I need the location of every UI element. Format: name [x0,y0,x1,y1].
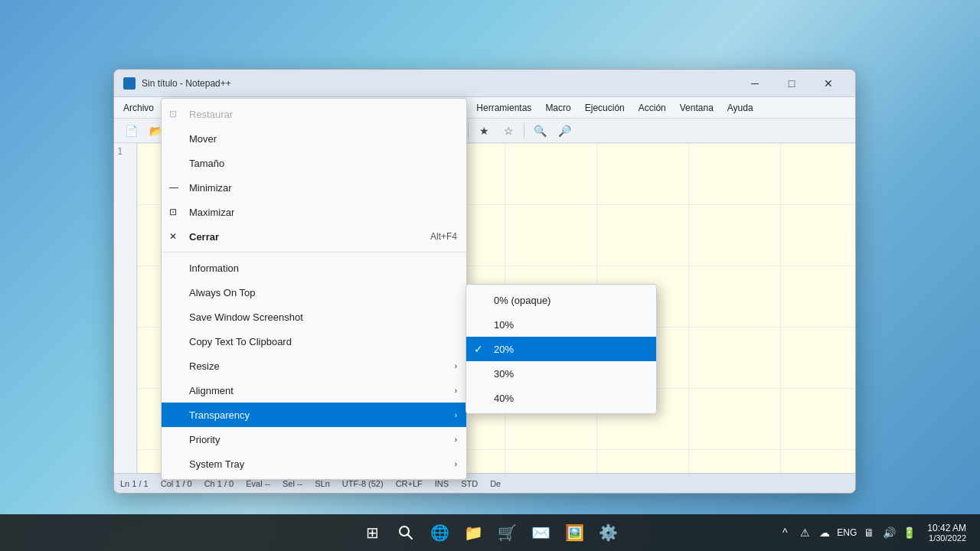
taskbar-store[interactable]: 🛒 [492,517,522,548]
ctx-cerrar-label: Cerrar [189,231,219,243]
menu-item-herramientas[interactable]: Herramientas [470,100,537,116]
ctx-system-tray-label: System Tray [189,458,244,470]
taskbar-edge[interactable]: 🌐 [424,517,455,548]
menu-item-ventana[interactable]: Ventana [674,100,720,116]
ctx-tamano-label: Tamaño [189,158,224,169]
ctx-priority[interactable]: Priority › [162,427,466,452]
ctx-copy-text[interactable]: Copy Text To Clipboard [162,329,466,354]
ctx-sep1 [162,252,466,253]
ctx-mover[interactable]: Mover [162,126,466,151]
maximizar-icon: ⊡ [169,207,177,217]
taskbar-center: ⊞ 🌐 📁 🛒 ✉️ 🖼️ ⚙️ [357,517,623,548]
taskbar: ⊞ 🌐 📁 🛒 ✉️ 🖼️ ⚙️ ^ ⚠ ☁ ENG 🖥 🔊 [0,514,980,551]
sub-0pct[interactable]: 0% (opaque) [466,288,656,312]
tray-chevron[interactable]: ^ [777,525,792,540]
tray-cloud[interactable]: ☁ [817,525,832,540]
ctx-priority-arrow: › [455,435,457,444]
ctx-priority-label: Priority [189,434,220,445]
ctx-information[interactable]: Information [162,256,466,280]
sub-40pct-label: 40% [494,393,514,404]
ctx-system-tray[interactable]: System Tray › [162,452,466,476]
check-icon: ✓ [474,343,483,355]
system-tray: ^ ⚠ ☁ ENG 🖥 🔊 🔋 [777,525,916,540]
cerrar-icon: ✕ [169,231,177,242]
menu-item-ayuda[interactable]: Ayuda [721,100,760,116]
minimizar-icon: — [169,182,178,193]
clock[interactable]: 10:42 AM 1/30/2022 [923,521,971,544]
ctx-tamano[interactable]: Tamaño [162,151,466,175]
toolbar-sep6 [524,123,524,139]
line-number-1: 1 [117,146,133,157]
ctx-restaurar[interactable]: ⊡ Restaurar [162,102,466,126]
tray-lang[interactable]: ENG [837,527,857,538]
toolbar-srch2[interactable]: 🔎 [554,122,575,140]
ctx-mover-label: Mover [189,133,217,145]
ctx-minimizar[interactable]: — Minimizar [162,175,466,200]
ctx-resize-arrow: › [455,362,457,370]
taskbar-mail[interactable]: ✉️ [525,517,556,548]
sub-10pct-label: 10% [494,319,514,331]
ctx-cerrar[interactable]: ✕ Cerrar Alt+F4 [162,224,466,249]
window-titlebar: Sin título - Notepad++ ─ □ ✕ [114,70,855,97]
context-menu: ⊡ Restaurar Mover Tamaño — Minimizar ⊡ M… [161,98,467,480]
toolbar-new[interactable]: 📄 [120,122,142,140]
taskbar-photos[interactable]: 🖼️ [559,517,590,548]
ctx-resize-label: Resize [189,360,220,372]
sub-30pct[interactable]: 30% [466,361,656,386]
tray-warning[interactable]: ⚠ [797,525,812,540]
status-eval: Eval -- [246,479,270,488]
ctx-alignment-arrow: › [455,386,457,395]
status-lineend: CR+LF [396,479,423,488]
tray-battery[interactable]: 🔋 [901,525,916,540]
status-std: STD [461,479,478,488]
ctx-restaurar-label: Restaurar [189,109,233,120]
minimize-button[interactable]: ─ [737,71,773,96]
ctx-transparency-label: Transparency [189,409,250,421]
toolbar-unstar[interactable]: ☆ [498,122,519,140]
menu-item-archivo[interactable]: Archivo [117,100,160,116]
clock-date: 1/30/2022 [927,533,966,543]
ctx-maximizar-label: Maximizar [189,207,234,218]
toolbar-srch1[interactable]: 🔍 [529,122,550,140]
ctx-cerrar-shortcut: Alt+F4 [430,231,457,242]
close-button[interactable]: ✕ [811,71,846,96]
menu-item-macro[interactable]: Macro [539,100,577,116]
status-encoding: UTF-8 (52) [342,479,384,488]
tray-volume[interactable]: 🔊 [881,525,897,540]
status-ins: INS [435,479,449,488]
toolbar-sep5 [468,123,469,139]
taskbar-start[interactable]: ⊞ [357,517,387,548]
ctx-transparency[interactable]: Transparency › [162,403,466,427]
clock-time: 10:42 AM [927,523,966,533]
status-ch: Ch 1 / 0 [204,479,234,488]
tray-monitor[interactable]: 🖥 [861,525,877,540]
sub-20pct[interactable]: ✓ 20% [466,337,656,361]
sub-40pct[interactable]: 40% [466,386,656,410]
ctx-always-on-top[interactable]: Always On Top [162,280,466,305]
status-col: Col 1 / 0 [161,479,192,488]
maximize-button[interactable]: □ [774,71,809,96]
status-sel: Sel -- [283,479,302,488]
ctx-maximizar[interactable]: ⊡ Maximizar [162,200,466,224]
ctx-resize[interactable]: Resize › [162,354,466,378]
desktop: Sin título - Notepad++ ─ □ ✕ Archivo Edi… [0,0,980,551]
ctx-save-screenshot-label: Save Window Screenshot [189,311,303,323]
window-title: Sin título - Notepad++ [142,78,737,89]
sub-20pct-label: 20% [494,344,514,355]
taskbar-search[interactable] [390,517,421,548]
ctx-always-on-top-label: Always On Top [189,287,255,298]
sub-10pct[interactable]: 10% [466,312,656,337]
toolbar-star[interactable]: ★ [473,122,495,140]
taskbar-settings[interactable]: ⚙️ [593,517,623,548]
menu-item-accion[interactable]: Acción [632,100,672,116]
sub-30pct-label: 30% [494,368,514,380]
ctx-alignment[interactable]: Alignment › [162,378,466,403]
ctx-information-label: Information [189,262,239,274]
ctx-save-window-screenshot[interactable]: Save Window Screenshot [162,305,466,329]
svg-line-1 [408,535,413,540]
window-controls: ─ □ ✕ [737,71,846,96]
menu-item-ejecucion[interactable]: Ejecución [579,100,631,116]
transparency-submenu: 0% (opaque) 10% ✓ 20% 30% 40% [466,284,657,414]
taskbar-files[interactable]: 📁 [458,517,488,548]
ctx-copy-text-label: Copy Text To Clipboard [189,336,292,347]
